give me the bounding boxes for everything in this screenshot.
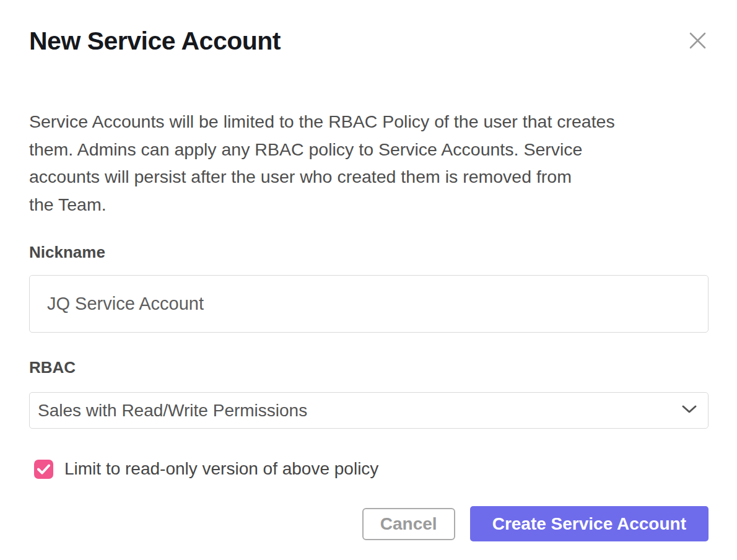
- rbac-select-wrap: Sales with Read/Write Permissions: [29, 392, 709, 429]
- modal-description: Service Accounts will be limited to the …: [29, 108, 709, 218]
- nickname-label: Nickname: [29, 244, 709, 260]
- description-line: Service Accounts will be limited to the …: [29, 108, 709, 136]
- nickname-input[interactable]: [29, 275, 709, 333]
- create-service-account-button[interactable]: Create Service Account: [470, 506, 709, 541]
- description-line: accounts will persist after the user who…: [29, 163, 709, 191]
- read-only-checkbox-label[interactable]: Limit to read-only version of above poli…: [64, 459, 378, 479]
- read-only-checkbox-row: Limit to read-only version of above poli…: [34, 459, 709, 479]
- cancel-button[interactable]: Cancel: [362, 508, 455, 540]
- new-service-account-modal: New Service Account Service Accounts wil…: [0, 26, 737, 560]
- modal-header: New Service Account: [29, 26, 709, 56]
- description-line: them. Admins can apply any RBAC policy t…: [29, 136, 709, 164]
- close-icon: [689, 42, 706, 51]
- description-line: the Team.: [29, 191, 709, 219]
- rbac-label: RBAC: [29, 359, 709, 375]
- close-button[interactable]: [687, 30, 709, 51]
- modal-footer: Cancel Create Service Account: [29, 506, 709, 541]
- checkmark-icon: [37, 464, 50, 475]
- read-only-checkbox[interactable]: [34, 460, 53, 479]
- rbac-select[interactable]: Sales with Read/Write Permissions: [29, 392, 709, 429]
- modal-title: New Service Account: [29, 26, 281, 56]
